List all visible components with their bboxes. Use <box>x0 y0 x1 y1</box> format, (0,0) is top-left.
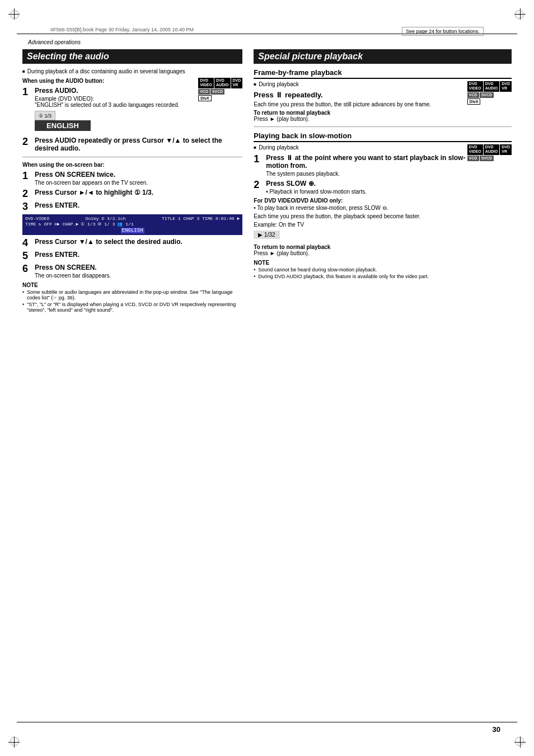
onscreen-label: When using the on-screen bar: <box>22 162 242 168</box>
slow-speed-text: Each time you press the button, the play… <box>254 213 512 219</box>
os-step3: 3 Press ENTER. <box>22 201 242 212</box>
badge-dvd-audio: DVDAUDIO <box>214 78 231 88</box>
left-column: Selecting the audio During playback of a… <box>22 49 242 717</box>
display-track: ① 1/3 <box>39 113 51 119</box>
badge-dvd-vr: DVDVR <box>231 78 243 88</box>
slow-badge-dvd-audio: DVDAUDIO <box>484 144 500 155</box>
slow-step1-sub: The system pauses playback. <box>266 171 467 177</box>
corner-circle-tr <box>515 10 524 19</box>
frame-badge-svcd: SVCD <box>480 92 494 98</box>
slow-badge-svcd: SVCD <box>480 156 494 161</box>
osd-time: TIME ↻ OFF <box>25 222 52 227</box>
right-section-title: Special picture playback <box>254 49 512 64</box>
os-step1: 1 Press ON SCREEN twice. The on-screen b… <box>22 171 242 186</box>
os-step2: 2 Press Cursor ►/◄ to highlight ① 1/3. <box>22 189 242 199</box>
badge-divx: DivX <box>198 95 212 101</box>
osd-english-row: ENGLISH <box>25 228 240 233</box>
slow-step2-sub1: • Playback in forward slow-motion starts… <box>266 189 512 195</box>
slow-bullet: During playback <box>254 144 467 151</box>
page-number: 30 <box>493 725 500 734</box>
left-section-title: Selecting the audio <box>22 49 242 64</box>
divider1 <box>22 157 242 157</box>
right-column: Special picture playback Frame-by-frame … <box>254 49 512 717</box>
badge-vcd: VCD <box>198 89 210 95</box>
left-step2: 2 Press AUDIO repeatedly or press Cursor… <box>22 137 242 152</box>
os-step1-title: Press ON SCREEN twice. <box>35 171 242 179</box>
os-step4: 4 Press Cursor ▼/▲ to select the desired… <box>22 238 242 248</box>
slow-example-label: Example: On the TV <box>254 222 512 228</box>
os-step1-sub: The on-screen bar appears on the TV scre… <box>35 180 242 186</box>
left-note2: "ST", "L" or "R" is displayed when playi… <box>22 302 242 313</box>
frame-badge-dvd-audio: DVDAUDIO <box>484 81 500 92</box>
frame-subsection-title: Frame-by-frame playback <box>254 68 512 79</box>
slow-example-value: ▶ 1/32 <box>254 231 279 239</box>
left-step2-title: Press AUDIO repeatedly or press Cursor ▼… <box>35 137 242 152</box>
osd-audio: ① 1/3 <box>81 222 95 227</box>
os-step5-title: Press ENTER. <box>35 251 242 259</box>
left-note-title: NOTE <box>22 282 242 288</box>
advanced-ops-label: Advanced operations <box>28 39 81 45</box>
frame-badge-divx: DivX <box>467 98 481 105</box>
corner-circle-tl <box>10 10 19 19</box>
left-step1-sub: Example (DVD VIDEO): "ENGLISH" is select… <box>35 96 198 108</box>
slow-badge-vcd: VCD <box>467 156 479 161</box>
frame-badge-dvd-video: DVDVIDEO <box>467 81 483 92</box>
os-step6-sub: The on-screen bar disappears. <box>35 273 242 279</box>
badge-dvd-video: DVDVIDEO <box>198 78 214 88</box>
left-intro-bullet: During playback of a disc containing aud… <box>22 68 242 74</box>
file-info: IIF566-S55[B].book Page 30 Friday, Janua… <box>50 27 194 32</box>
right-note: NOTE Sound cannot be heard during slow-m… <box>254 260 512 279</box>
os-step6-title: Press ON SCREEN. <box>35 264 242 271</box>
slow-reverse: • To play back in reverse slow-motion, p… <box>254 205 512 211</box>
slow-return-text: Press ► (play button). <box>254 250 512 256</box>
left-step1-title: Press AUDIO. <box>35 87 198 95</box>
slow-step1-title: Press ⏸ at the point where you want to s… <box>266 154 467 170</box>
frame-badges: DVDVIDEO DVDAUDIO DVDVR VCD SVCD DivX <box>467 81 512 105</box>
right-note1: Sound cannot be heard during slow-motion… <box>254 267 512 273</box>
left-note: NOTE Some subtitle or audio languages ar… <box>22 282 242 313</box>
slow-step2-title: Press SLOW ⊕. <box>266 180 512 187</box>
corner-circle-br <box>515 737 524 746</box>
slow-for-dvd: For DVD VIDEO/DVD AUDIO only: <box>254 198 512 204</box>
slow-subsection-title: Playing back in slow-motion <box>254 132 512 142</box>
frame-badge-dvd-vr: DVDVR <box>500 81 512 92</box>
osd-english: ENGLISH <box>121 228 144 233</box>
audio-display: ① 1/3 ENGLISH <box>35 111 198 131</box>
slow-badges: DVDVIDEO DVDAUDIO DVDVR VCD SVCD <box>467 144 512 161</box>
divider2 <box>254 126 512 127</box>
footer-line <box>17 722 517 722</box>
os-step5: 5 Press ENTER. <box>22 251 242 261</box>
corner-circle-bl <box>10 737 19 746</box>
frame-return-label: To return to normal playback <box>254 110 512 116</box>
content-area: Selecting the audio During playback of a… <box>22 49 512 717</box>
right-note-title: NOTE <box>254 260 512 266</box>
left-badges: DVDVIDEO DVDAUDIO DVDVR VCD SVCD DivX <box>198 78 242 101</box>
slow-badge-dvd-vr: DVDVR <box>500 144 512 155</box>
osd-dvd-label: DVD-VIDEO <box>25 216 49 221</box>
osd-title-info: TITLE 1 CHAP 3 TIME 0:01:40 ► <box>162 216 240 221</box>
slow-badge-dvd-video: DVDVIDEO <box>467 144 483 155</box>
frame-bullet: During playback <box>254 81 467 87</box>
frame-return-text: Press ► (play button). <box>254 116 512 122</box>
os-step6: 6 Press ON SCREEN. The on-screen bar dis… <box>22 264 242 279</box>
left-step1: 1 Press AUDIO. Example (DVD VIDEO): "ENG… <box>22 87 198 134</box>
osd-subtitle: ⑩ 1/ 3 <box>97 222 115 227</box>
os-step4-title: Press Cursor ▼/▲ to select the desired a… <box>35 238 242 246</box>
slow-step1: 1 Press ⏸ at the point where you want to… <box>254 154 467 177</box>
badge-svcd: SVCD <box>210 89 224 95</box>
osd-screen: DVD-VIDEO Dolby D 3/2.1ch TITLE 1 CHAP 3… <box>22 214 242 235</box>
osd-chapter: ⊙► CHAP.► <box>54 222 78 227</box>
slow-return-label: To return to normal playback <box>254 244 512 250</box>
osd-dolby: Dolby D 3/2.1ch <box>86 216 126 221</box>
osd-angle: 👥 1/1 <box>117 222 133 227</box>
display-english: ENGLISH <box>35 120 91 131</box>
slow-step2: 2 Press SLOW ⊕. • Playback in forward sl… <box>254 180 512 195</box>
os-step3-title: Press ENTER. <box>35 201 242 209</box>
os-step2-title: Press Cursor ►/◄ to highlight ① 1/3. <box>35 189 242 196</box>
frame-badge-vcd: VCD <box>467 92 479 98</box>
left-note1: Some subtitle or audio languages are abb… <box>22 289 242 300</box>
see-page-box: See page 24 for button locations. <box>402 27 484 36</box>
right-note2: During DVD AUDIO playback, this feature … <box>254 274 512 279</box>
